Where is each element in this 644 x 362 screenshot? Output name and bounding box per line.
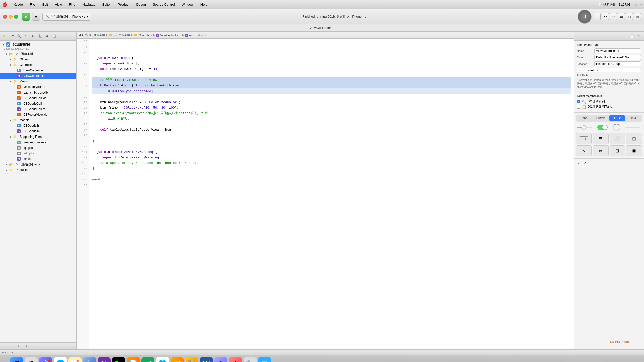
menu-window[interactable]: Window — [180, 2, 195, 7]
breadcrumb-item-5[interactable]: -viewDidLoad — [189, 34, 206, 37]
menu-debug[interactable]: Debug — [135, 2, 147, 7]
nav-breakpoint-icon[interactable]: ◆ — [44, 33, 50, 39]
location-value[interactable]: Relative to Group — [594, 61, 641, 66]
menu-product[interactable]: Product — [116, 2, 131, 7]
dock-onenote[interactable]: N — [98, 357, 111, 362]
minimize-button[interactable] — [9, 15, 13, 19]
dock-terminal[interactable]: $> — [112, 357, 125, 362]
czgoods-m-file[interactable]: m CZGoods.m — [0, 128, 76, 134]
layout-three-button[interactable]: ⊞ — [634, 13, 641, 20]
palette-item-collectionview[interactable]: ⊞ — [626, 133, 642, 144]
maximize-button[interactable] — [14, 15, 18, 19]
czfooterview-xib-file[interactable]: ⬡ CZFooterView.xib — [0, 112, 76, 117]
nav-folder-icon[interactable]: 📁 — [2, 33, 8, 39]
close-button[interactable] — [3, 15, 7, 19]
palette-item-table[interactable]: ☰ — [593, 133, 609, 144]
dock-tools1[interactable]: 🔧 — [244, 357, 257, 362]
slider-control[interactable] — [577, 127, 592, 128]
dock-launchpad[interactable]: 🚀 — [39, 357, 52, 362]
dock-finder[interactable]: 🖥 — [10, 357, 23, 362]
dock-fontlab[interactable]: A — [214, 357, 227, 362]
dock-sublimetext[interactable]: 📄 — [127, 357, 140, 362]
nav-bottom-icon3[interactable]: ↩ — [16, 343, 22, 349]
palette-item-split[interactable]: ⊟ — [610, 145, 625, 156]
back-nav-icon[interactable]: ↩ — [7, 351, 10, 354]
palette-item-tablecell[interactable]: ⬜ — [610, 133, 625, 144]
navigator-toggle-button[interactable]: ⊞ — [594, 13, 601, 20]
menu-editor[interactable]: Editor — [101, 2, 112, 7]
type-value[interactable]: Default - Objective-C So... — [594, 55, 641, 60]
palette-tab-button[interactable]: Button — [593, 115, 609, 121]
dock-filezilla[interactable]: 📁 — [171, 357, 184, 362]
stop-button[interactable]: ■ — [32, 13, 40, 21]
name-value[interactable]: ViewController.m — [594, 48, 641, 53]
scheme-selector[interactable]: 🔨 001团购案例 | iPhone 4s ▾ — [42, 13, 91, 21]
search-icon[interactable]: 🔍 — [633, 3, 637, 6]
menu-find[interactable]: Find — [67, 2, 77, 7]
forward-button[interactable]: ↪ — [610, 13, 617, 20]
nav-back-icon[interactable]: ◀ — [79, 33, 81, 37]
nav-report-icon[interactable]: 📋 — [51, 33, 57, 39]
add-file-icon[interactable]: + — [2, 351, 4, 354]
tm-checkbox-2[interactable] — [577, 105, 580, 109]
menu-source-control[interactable]: Source Control — [151, 2, 176, 7]
add-file-button[interactable]: + — [2, 343, 8, 349]
dock-browser2[interactable]: 🌐 — [156, 357, 169, 362]
czgoods-h-file[interactable]: h CZGoods.h — [0, 123, 76, 128]
palette-item-star[interactable]: ✳ — [576, 145, 592, 156]
main-m-file[interactable]: m main.m — [0, 156, 76, 162]
inspector-bottom-icon2[interactable]: ↺ — [582, 161, 588, 166]
inspector-bottom-icon1[interactable]: ≡ — [576, 161, 581, 166]
viewcontroller-m-file[interactable]: m ViewController.m — [0, 73, 76, 79]
nav-debug-icon[interactable]: 🐛 — [37, 33, 43, 39]
nav-git-icon[interactable]: ⎇ — [9, 33, 15, 39]
menu-help[interactable]: Help — [199, 2, 209, 7]
tgs-plist-file[interactable]: ⬟ tgs.plist — [0, 145, 76, 151]
remove-file-icon[interactable]: − — [5, 351, 6, 354]
code-lines-content[interactable]: - (void)viewDidLoad { [super viewDidLoad… — [89, 39, 574, 349]
breadcrumb-item-3[interactable]: Controllers — [139, 34, 152, 37]
viewcontroller-h-file[interactable]: h ViewController.h — [0, 68, 76, 73]
launchscreen-xib-file[interactable]: ⬡ LaunchScreen.xib — [0, 90, 76, 95]
menu-edit[interactable]: Edit — [41, 2, 49, 7]
tests-folder[interactable]: ▶ 📂 001团购案例Tests — [0, 162, 76, 167]
menu-xcode[interactable]: Xcode — [12, 2, 24, 7]
images-xcassets-file[interactable]: ◈ Images.xcassets — [0, 140, 76, 145]
czgoodscell-xib-file[interactable]: ⬡ CZGoodsCell.xib — [0, 95, 76, 101]
layout-split-button[interactable]: ⊟ — [626, 13, 633, 20]
dock-sourcetree[interactable]: ⎇ — [141, 357, 154, 362]
czgoodscell-m-file[interactable]: m CZGoodsCell.m — [0, 106, 76, 112]
models-group[interactable]: ▼ 📁 Models — [0, 117, 76, 123]
palette-tab-text[interactable]: Text — [625, 115, 641, 121]
views-group[interactable]: ▼ 📁 Views — [0, 79, 76, 84]
toggle-control[interactable] — [597, 125, 608, 130]
layout-single-button[interactable]: ▭ — [618, 13, 625, 20]
dock-safari[interactable]: 🌐 — [54, 357, 67, 362]
palette-tab-numbers[interactable]: 1 2 — [609, 115, 625, 121]
nav-search-icon[interactable]: 🔍 — [16, 33, 22, 39]
main-folder[interactable]: ▼ 📂 001团购案例 — [0, 51, 76, 57]
nav-forward-icon[interactable]: ▶ — [82, 33, 84, 37]
supporting-files-group[interactable]: ▼ 📁 Supporting Files — [0, 134, 76, 140]
pause-button[interactable]: ⏸ — [578, 10, 592, 24]
run-button[interactable]: ▶ — [22, 13, 30, 21]
back-button[interactable]: ↩ — [602, 13, 609, 20]
main-storyboard-file[interactable]: ⬡ Main.storyboard — [0, 84, 76, 90]
products-group[interactable]: ▶ 📁 Products — [0, 167, 76, 173]
palette-item-stepper[interactable]: — + — [576, 133, 592, 144]
controllers-group[interactable]: ▼ 📁 Controllers — [0, 62, 76, 68]
dock-system-prefs[interactable]: ⚙ — [25, 357, 38, 362]
notification-icon[interactable]: ≡ — [640, 3, 642, 6]
dock-xcode[interactable]: 🔨 — [83, 357, 96, 362]
breadcrumb-item-4[interactable]: ViewController.m — [160, 34, 181, 37]
nav-test-icon[interactable]: ◈ — [30, 33, 36, 39]
inspector-file-icon[interactable]: 📄 — [629, 33, 635, 39]
czgoodscell-h-file[interactable]: h CZGoodsCell.h — [0, 101, 76, 106]
breadcrumb-item-2[interactable]: 001团购案例 — [114, 33, 130, 37]
dock-mail[interactable]: ✉ — [258, 357, 271, 362]
dock-app1[interactable]: 🐝 — [185, 357, 198, 362]
nav-bottom-icon2[interactable]: - — [9, 343, 15, 349]
menu-view[interactable]: View — [53, 2, 63, 7]
dock-type2[interactable]: A — [229, 357, 242, 362]
menu-navigate[interactable]: Navigate — [81, 2, 97, 7]
